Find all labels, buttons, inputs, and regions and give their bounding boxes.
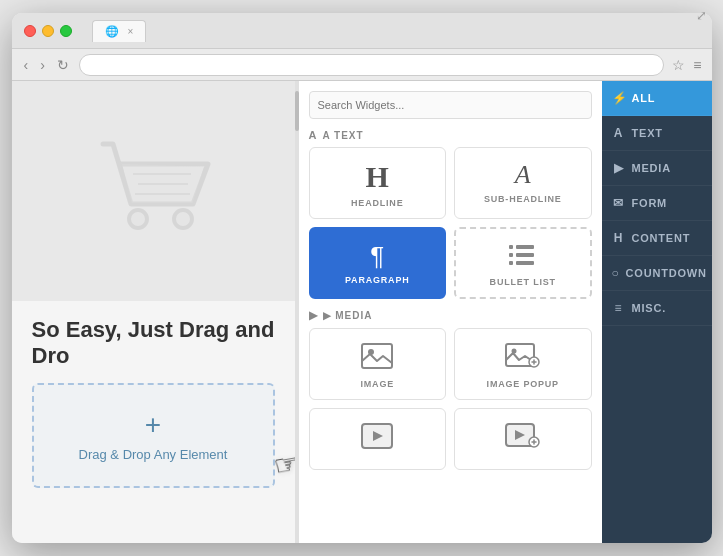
- form-nav-icon: ✉: [612, 196, 626, 210]
- refresh-button[interactable]: ↻: [55, 55, 71, 75]
- forward-button[interactable]: ›: [38, 55, 47, 75]
- sidebar-item-content[interactable]: H CONTENT: [602, 221, 712, 256]
- media-icon: ▶: [309, 309, 318, 322]
- sub-headline-label: SUB-HEADLINE: [463, 194, 583, 204]
- media-section-label: ▶ ▶ MEDIA: [309, 309, 592, 322]
- sidebar-item-countdown[interactable]: ○ COUNTDOWN: [602, 256, 712, 291]
- cart-section: [12, 81, 295, 301]
- page-hero-text: So Easy, Just Drag and Dro: [32, 317, 275, 369]
- svg-rect-6: [516, 245, 534, 249]
- scroll-bar[interactable]: [295, 81, 299, 543]
- drop-zone[interactable]: + Drag & Drop Any Element: [32, 383, 275, 488]
- media-widget-grid: IMAGE IMAGE POPUP: [309, 328, 592, 470]
- tab-close-button[interactable]: ×: [128, 26, 134, 37]
- misc-nav-icon: ≡: [612, 301, 626, 315]
- maximize-button[interactable]: [60, 25, 72, 37]
- drop-plus-icon: +: [58, 409, 249, 441]
- side-nav: ⚡ ALL A TEXT ▶ MEDIA ✉ FORM H CONTENT ○ …: [602, 81, 712, 543]
- sidebar-item-all-label: ALL: [632, 92, 656, 104]
- title-bar: 🌐 × ⤢: [12, 13, 712, 49]
- content-nav-icon: H: [612, 231, 626, 245]
- svg-point-1: [174, 210, 192, 228]
- video-icon: [318, 423, 438, 453]
- all-icon: ⚡: [612, 91, 626, 105]
- browser-tab[interactable]: 🌐 ×: [92, 20, 147, 42]
- back-button[interactable]: ‹: [22, 55, 31, 75]
- svg-rect-9: [509, 261, 513, 265]
- widget-video-popup[interactable]: [454, 408, 592, 470]
- sidebar-item-media[interactable]: ▶ MEDIA: [602, 151, 712, 186]
- svg-rect-10: [516, 261, 534, 265]
- svg-rect-5: [509, 245, 513, 249]
- widget-paragraph[interactable]: ¶ PARAGRAPH: [309, 227, 447, 299]
- widget-image[interactable]: IMAGE: [309, 328, 447, 400]
- headline-label: HEADLINE: [318, 198, 438, 208]
- tab-area: 🌐 ×: [92, 20, 147, 42]
- minimize-button[interactable]: [42, 25, 54, 37]
- sidebar-item-text-label: TEXT: [632, 127, 663, 139]
- tab-favicon: 🌐: [105, 25, 119, 37]
- bullet-list-icon: [464, 243, 582, 271]
- sidebar-item-all[interactable]: ⚡ ALL: [602, 81, 712, 116]
- text-nav-icon: A: [612, 126, 626, 140]
- address-bar: ‹ › ↻ ☆ ≡: [12, 49, 712, 81]
- sidebar-item-text[interactable]: A TEXT: [602, 116, 712, 151]
- sidebar-item-countdown-label: COUNTDOWN: [626, 267, 707, 279]
- scroll-thumb[interactable]: [295, 91, 299, 131]
- svg-point-0: [129, 210, 147, 228]
- page-area: So Easy, Just Drag and Dro + Drag & Drop…: [12, 81, 295, 543]
- countdown-nav-icon: ○: [612, 266, 620, 280]
- text-widget-grid: H HEADLINE A SUB-HEADLINE ¶ PARAGRAPH: [309, 147, 592, 299]
- url-bar[interactable]: [79, 54, 664, 76]
- media-nav-icon: ▶: [612, 161, 626, 175]
- close-button[interactable]: [24, 25, 36, 37]
- browser-window: 🌐 × ⤢ ‹ › ↻ ☆ ≡: [12, 13, 712, 543]
- sidebar-item-form-label: FORM: [632, 197, 668, 209]
- paragraph-label: PARAGRAPH: [319, 275, 437, 285]
- sidebar-item-misc-label: MISC.: [632, 302, 667, 314]
- text-section: So Easy, Just Drag and Dro + Drag & Drop…: [12, 301, 295, 498]
- widgets-panel: A A TEXT H HEADLINE A SUB-HEADLINE ¶ PAR…: [299, 81, 602, 543]
- traffic-lights: [24, 25, 72, 37]
- cart-icon: [83, 129, 223, 253]
- headline-icon: H: [318, 162, 438, 192]
- video-popup-icon: [463, 423, 583, 453]
- bullet-list-label: BULLET LIST: [464, 277, 582, 287]
- image-label: IMAGE: [318, 379, 438, 389]
- toolbar-icons: ☆ ≡: [672, 57, 701, 73]
- text-section-label: A A TEXT: [309, 129, 592, 141]
- drop-label: Drag & Drop Any Element: [58, 447, 249, 462]
- svg-rect-7: [509, 253, 513, 257]
- search-input[interactable]: [309, 91, 592, 119]
- widget-bullet-list[interactable]: BULLET LIST: [454, 227, 592, 299]
- sidebar-item-form[interactable]: ✉ FORM: [602, 186, 712, 221]
- sidebar-item-media-label: MEDIA: [632, 162, 671, 174]
- main-content: So Easy, Just Drag and Dro + Drag & Drop…: [12, 81, 712, 543]
- image-popup-icon: [463, 343, 583, 373]
- svg-rect-8: [516, 253, 534, 257]
- image-popup-label: IMAGE POPUP: [463, 379, 583, 389]
- search-wrap: [309, 91, 592, 119]
- sub-headline-icon: A: [463, 162, 583, 188]
- widget-headline[interactable]: H HEADLINE: [309, 147, 447, 219]
- sidebar-item-misc[interactable]: ≡ MISC.: [602, 291, 712, 326]
- menu-icon[interactable]: ≡: [693, 57, 701, 73]
- widget-image-popup[interactable]: IMAGE POPUP: [454, 328, 592, 400]
- paragraph-icon: ¶: [319, 243, 437, 269]
- bookmark-icon[interactable]: ☆: [672, 57, 685, 73]
- sidebar-item-content-label: CONTENT: [632, 232, 691, 244]
- expand-icon[interactable]: ⤢: [696, 13, 707, 23]
- widget-sub-headline[interactable]: A SUB-HEADLINE: [454, 147, 592, 219]
- widget-video[interactable]: [309, 408, 447, 470]
- text-icon: A: [309, 129, 318, 141]
- image-icon: [318, 343, 438, 373]
